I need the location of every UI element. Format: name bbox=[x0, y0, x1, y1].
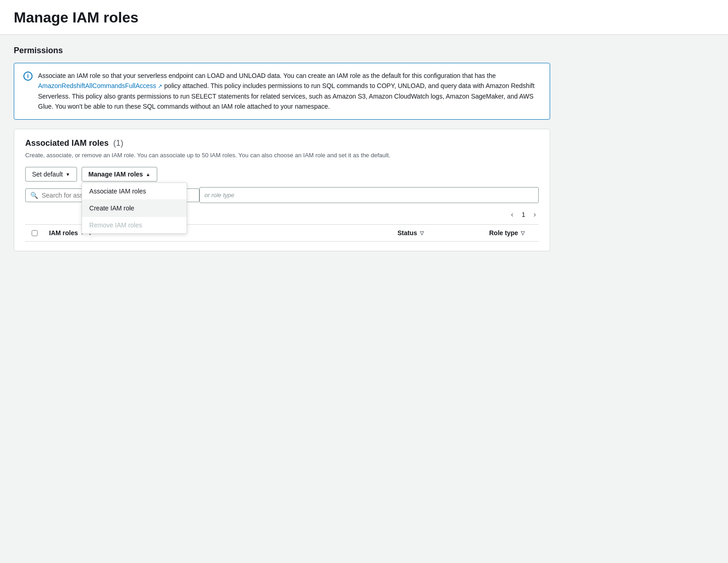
create-iam-role-item[interactable]: Create IAM role bbox=[82, 200, 187, 217]
associated-count: (1) bbox=[113, 138, 123, 148]
remove-iam-roles-item: Remove IAM roles bbox=[82, 217, 187, 233]
permissions-title: Permissions bbox=[14, 46, 63, 55]
associated-title: Associated IAM roles bbox=[25, 138, 109, 148]
associated-title-row: Associated IAM roles (1) bbox=[25, 138, 539, 148]
set-default-button[interactable]: Set default ▼ bbox=[25, 167, 77, 182]
permissions-header: Permissions bbox=[14, 46, 550, 55]
prev-page-button[interactable]: ‹ bbox=[508, 209, 516, 221]
select-all-checkbox[interactable] bbox=[32, 230, 38, 236]
page-content: Permissions i Associate an IAM role so t… bbox=[0, 35, 564, 262]
associate-iam-roles-item[interactable]: Associate IAM roles bbox=[82, 183, 187, 200]
search-icon: 🔍 bbox=[30, 192, 38, 199]
info-icon: i bbox=[23, 72, 33, 81]
manage-iam-roles-chevron: ▲ bbox=[146, 172, 150, 177]
policy-link[interactable]: AmazonRedshiftAllCommandsFullAccess ↗ bbox=[38, 82, 162, 89]
th-status: Status ▽ bbox=[392, 225, 484, 241]
info-text: Associate an IAM role so that your serve… bbox=[38, 71, 540, 112]
th-role-type: Role type ▽ bbox=[484, 225, 539, 241]
associated-desc: Create, associate, or remove an IAM role… bbox=[25, 151, 539, 160]
role-type-sort-icon[interactable]: ▽ bbox=[521, 230, 524, 236]
manage-iam-roles-button[interactable]: Manage IAM roles ▲ bbox=[82, 167, 157, 182]
manage-iam-roles-menu: Associate IAM roles Create IAM role Remo… bbox=[82, 182, 187, 234]
info-box: i Associate an IAM role so that your ser… bbox=[14, 63, 550, 120]
page-title: Manage IAM roles bbox=[14, 9, 714, 26]
next-page-button[interactable]: › bbox=[531, 209, 539, 221]
current-page: 1 bbox=[518, 210, 529, 219]
set-default-chevron: ▼ bbox=[66, 172, 70, 177]
page-header: Manage IAM roles bbox=[0, 0, 728, 35]
status-sort-icon[interactable]: ▽ bbox=[420, 230, 424, 236]
manage-iam-roles-dropdown-container: Manage IAM roles ▲ Associate IAM roles C… bbox=[82, 167, 157, 182]
search-right-field[interactable]: or role type bbox=[199, 187, 539, 203]
th-checkbox bbox=[25, 225, 44, 241]
toolbar: Set default ▼ Manage IAM roles ▲ Associa… bbox=[25, 167, 539, 182]
associated-section: Associated IAM roles (1) Create, associa… bbox=[14, 129, 550, 252]
